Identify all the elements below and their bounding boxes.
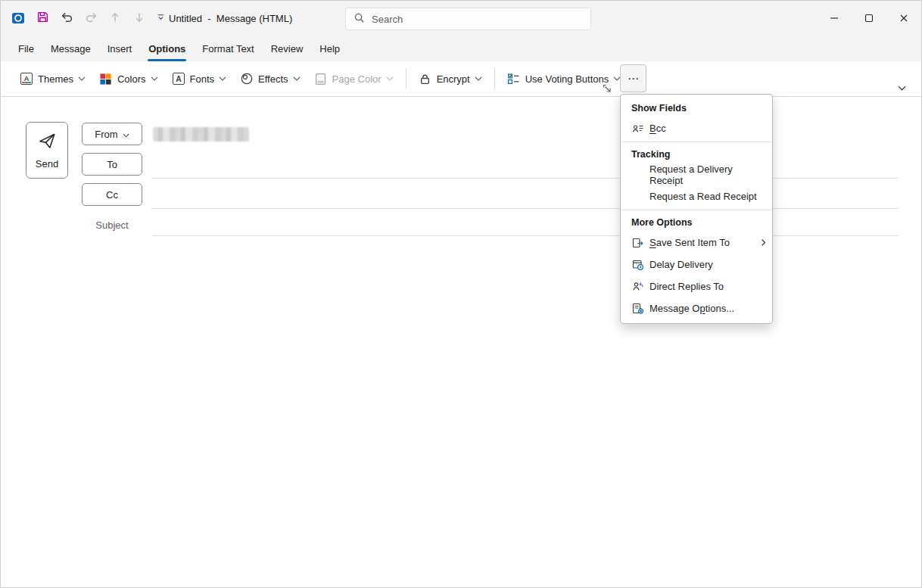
- search-box[interactable]: [345, 8, 591, 30]
- chevron-down-icon: [219, 76, 226, 81]
- message-body-area[interactable]: [1, 248, 921, 587]
- ribbon-overflow-button[interactable]: ⋯: [620, 64, 646, 92]
- redo-icon: [85, 11, 98, 26]
- chevron-down-icon: [475, 76, 482, 81]
- arrow-down-icon: [133, 11, 145, 26]
- delay-delivery-icon: [631, 258, 645, 272]
- encrypt-lock-icon: [419, 72, 432, 86]
- chevron-down-icon: [386, 76, 394, 81]
- quick-access-toolbar: [7, 7, 169, 30]
- page-color-label: Page Color: [332, 73, 382, 85]
- fonts-button[interactable]: A Fonts: [165, 65, 234, 92]
- chevron-down-icon: [151, 76, 158, 81]
- move-down-button[interactable]: [128, 7, 151, 30]
- svg-text:A: A: [24, 75, 30, 82]
- menu-divider: [621, 142, 772, 142]
- tab-insert[interactable]: Insert: [99, 36, 141, 61]
- tab-options[interactable]: Options: [140, 36, 194, 61]
- menu-section-header: More Options: [621, 213, 772, 232]
- maximize-button[interactable]: [852, 1, 886, 36]
- undo-icon: [61, 11, 73, 26]
- tab-review[interactable]: Review: [263, 36, 312, 61]
- subject-label: Subject: [82, 219, 142, 231]
- colors-label: Colors: [117, 73, 146, 85]
- ribbon-separator: [494, 69, 495, 89]
- menu-item-request-read-receipt[interactable]: Request a Read Receipt: [621, 185, 772, 207]
- colors-button[interactable]: Colors: [92, 65, 165, 92]
- cc-input-field[interactable]: [152, 183, 899, 209]
- chevron-down-icon: [293, 76, 301, 81]
- ribbon-separator: [406, 69, 406, 89]
- outlook-compose-window: Untitled - Message (HTML) File Message I…: [0, 0, 922, 588]
- page-color-icon: [314, 72, 328, 86]
- save-icon: [36, 11, 49, 26]
- menu-item-save-sent-item-to[interactable]: Save Sent Item To: [621, 232, 772, 254]
- arrow-up-icon: [109, 11, 121, 26]
- themes-label: Themes: [38, 73, 73, 85]
- more-options-menu: Show Fields Bcc Tracking Request a Deliv…: [620, 94, 773, 324]
- subject-input-field[interactable]: [152, 210, 899, 236]
- menu-divider: [621, 210, 772, 210]
- menu-item-bcc[interactable]: Bcc: [621, 117, 772, 139]
- to-input-field[interactable]: [152, 153, 899, 179]
- tab-file[interactable]: File: [10, 36, 42, 61]
- from-label: From: [95, 129, 117, 140]
- page-color-button[interactable]: Page Color: [307, 65, 400, 92]
- submenu-arrow-icon: [761, 238, 766, 247]
- cc-button[interactable]: Cc: [82, 183, 142, 206]
- send-button[interactable]: Send: [26, 122, 68, 179]
- send-icon: [37, 131, 57, 153]
- search-input[interactable]: [372, 14, 583, 25]
- menu-section-header: Show Fields: [621, 98, 772, 117]
- colors-icon: [99, 72, 113, 86]
- themes-button[interactable]: A Themes: [13, 65, 92, 92]
- save-sent-item-icon: [631, 236, 645, 250]
- from-address-redacted: [153, 127, 249, 142]
- menu-item-direct-replies-to[interactable]: Direct Replies To: [621, 275, 772, 297]
- ribbon-collapse-button[interactable]: [892, 81, 911, 95]
- undo-button[interactable]: [55, 7, 78, 30]
- encrypt-button[interactable]: Encrypt: [412, 65, 489, 92]
- cc-label: Cc: [106, 189, 118, 201]
- fonts-label: Fonts: [190, 73, 215, 85]
- redo-button[interactable]: [79, 7, 102, 30]
- encrypt-label: Encrypt: [437, 73, 470, 85]
- from-button[interactable]: From: [82, 123, 142, 145]
- ribbon: A Themes Colors A Fonts Effects Page Col…: [1, 61, 921, 97]
- use-voting-buttons-label: Use Voting Buttons: [525, 73, 609, 85]
- to-label: To: [107, 159, 117, 170]
- menu-item-message-options[interactable]: Message Options...: [621, 297, 772, 319]
- bcc-icon: [631, 122, 645, 135]
- customize-qat-icon: [156, 12, 166, 24]
- voting-buttons-icon: [507, 72, 521, 86]
- window-title: Untitled - Message (HTML): [169, 1, 292, 36]
- message-compose-area: Send From To Cc Subject: [1, 97, 921, 587]
- tab-help[interactable]: Help: [311, 36, 348, 61]
- tab-format-text[interactable]: Format Text: [194, 36, 262, 61]
- close-button[interactable]: [886, 1, 921, 36]
- search-icon: [354, 12, 365, 26]
- menu-item-delay-delivery[interactable]: Delay Delivery: [621, 254, 772, 275]
- window-controls: [817, 1, 921, 36]
- tab-message[interactable]: Message: [42, 36, 99, 61]
- effects-button[interactable]: Effects: [233, 65, 307, 92]
- send-label: Send: [36, 158, 58, 170]
- move-up-button[interactable]: [104, 7, 126, 30]
- effects-label: Effects: [258, 73, 288, 85]
- titlebar: Untitled - Message (HTML): [1, 1, 921, 36]
- themes-icon: A: [20, 72, 33, 86]
- fonts-icon: A: [172, 72, 185, 86]
- tracking-dialog-launcher-icon[interactable]: [602, 84, 612, 95]
- message-options-icon: [631, 302, 645, 316]
- save-button[interactable]: [31, 7, 54, 30]
- outlook-app-icon[interactable]: [7, 7, 30, 30]
- chevron-down-icon: [78, 76, 86, 81]
- effects-icon: [240, 72, 254, 86]
- minimize-button[interactable]: [817, 1, 852, 36]
- svg-text:A: A: [176, 74, 182, 83]
- customize-qat-button[interactable]: [152, 7, 169, 30]
- to-button[interactable]: To: [82, 153, 142, 176]
- ribbon-tab-bar: File Message Insert Options Format Text …: [1, 36, 921, 61]
- menu-item-request-delivery-receipt[interactable]: Request a Delivery Receipt: [621, 163, 772, 185]
- menu-section-header: Tracking: [621, 145, 772, 163]
